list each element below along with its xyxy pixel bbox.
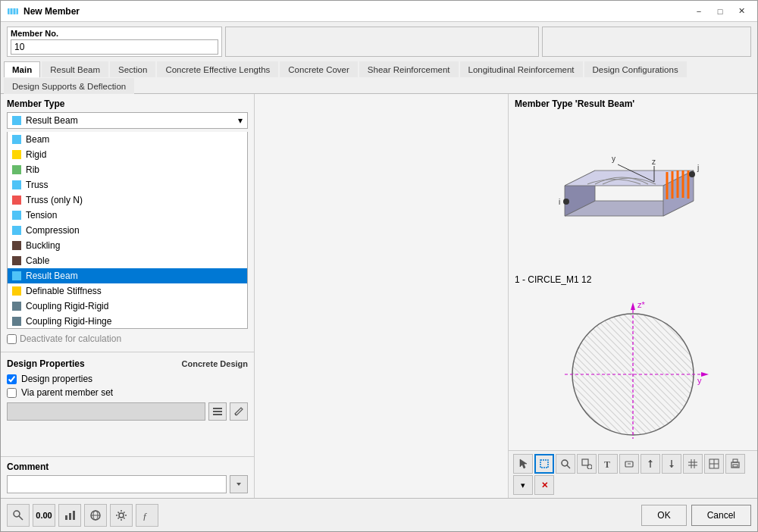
circle-diagram: y z*: [509, 291, 757, 450]
list-item[interactable]: Coupling Rigid-Rigid: [8, 299, 247, 314]
list-item[interactable]: Buckling: [8, 238, 247, 253]
design-props-header: Design Properties Concrete Design: [7, 358, 248, 369]
graph-btn[interactable]: [58, 504, 81, 527]
member-type-selected-value: Result Beam: [12, 115, 78, 126]
list-item-label: Rib: [26, 164, 39, 175]
svg-line-36: [567, 465, 570, 468]
rp-arrow-down-btn[interactable]: [662, 454, 681, 474]
member-no-label: Member No.: [11, 29, 218, 38]
svg-rect-4: [213, 408, 222, 409]
list-item[interactable]: Truss: [8, 177, 247, 192]
rp-print-btn[interactable]: [725, 454, 745, 474]
design-props-input[interactable]: [7, 402, 205, 421]
tab-design-configurations[interactable]: Design Configurations: [584, 61, 687, 77]
member-no-empty1: [225, 27, 538, 57]
list-item[interactable]: Rigid: [8, 147, 247, 162]
beam-3d-svg: z y i j: [542, 133, 724, 254]
list-item[interactable]: Compression: [8, 223, 247, 238]
rp-select-rect-btn[interactable]: [534, 454, 554, 474]
member-no-input[interactable]: [11, 39, 218, 55]
list-item[interactable]: Rib: [8, 162, 247, 177]
settings-btn[interactable]: [110, 504, 133, 527]
list-item-label: Cable: [26, 255, 49, 266]
label-icon: [624, 458, 634, 469]
deactivate-checkbox[interactable]: [7, 334, 17, 344]
svg-text:z*: z*: [637, 300, 646, 309]
design-props-icon-btn-2[interactable]: [230, 402, 248, 421]
formula-btn[interactable]: ƒ: [136, 504, 158, 527]
list-item-label: Tension: [26, 210, 57, 221]
maximize-button[interactable]: □: [710, 4, 730, 19]
close-button[interactable]: ✕: [731, 4, 751, 19]
list-item[interactable]: Cable: [8, 253, 247, 268]
svg-text:T: T: [604, 459, 610, 469]
beam-diagram: z y i j: [509, 114, 757, 273]
comment-input[interactable]: [7, 475, 227, 493]
list-item-label: Compression: [26, 225, 80, 236]
rp-grid-btn[interactable]: [683, 454, 703, 474]
tab-result-beam[interactable]: Result Beam: [42, 61, 108, 77]
tab-shear-reinforcement[interactable]: Shear Reinforcement: [359, 61, 459, 77]
search-icon: [12, 509, 24, 521]
tab-concrete-effective-lengths[interactable]: Concrete Effective Lengths: [157, 61, 278, 77]
design-props-input-row: [7, 402, 248, 421]
member-type-dropdown-row: Result Beam ▾: [1, 112, 254, 132]
rp-zoom-btn[interactable]: [556, 454, 575, 474]
rp-zoom-box-btn[interactable]: [577, 454, 597, 474]
zoom-icon: [560, 458, 571, 469]
via-parent-label: Via parent member set: [21, 387, 113, 398]
grid-icon: [688, 458, 698, 469]
design-props-icon-btn-1[interactable]: [208, 402, 227, 421]
rp-arrow-btn[interactable]: [641, 454, 660, 474]
rp-text-btn[interactable]: T: [598, 454, 618, 474]
list-item-result-beam[interactable]: Result Beam: [8, 268, 247, 283]
design-props-checkbox[interactable]: [7, 374, 17, 384]
coupling-rh-swatch: [12, 317, 21, 326]
right-panel: Member Type 'Result Beam': [509, 94, 757, 498]
rp-close-x-btn[interactable]: ✕: [534, 475, 554, 495]
tab-concrete-cover[interactable]: Concrete Cover: [280, 61, 358, 77]
globe-icon: [89, 509, 102, 521]
tab-longitudinal-reinforcement[interactable]: Longitudinal Reinforcement: [460, 61, 583, 77]
list-item[interactable]: Truss (only N): [8, 192, 247, 208]
rigid-swatch: [12, 150, 21, 159]
via-parent-checkbox[interactable]: [7, 388, 17, 398]
svg-point-24: [689, 171, 695, 177]
list-item[interactable]: Beam: [8, 132, 247, 147]
title-bar: New Member − □ ✕: [1, 1, 757, 22]
main-area: Member Type Result Beam ▾ Be: [1, 94, 757, 498]
bottom-toolbar: 0.00: [1, 498, 757, 531]
def-stiffness-swatch: [12, 286, 21, 296]
search-btn[interactable]: [7, 504, 30, 527]
list-item[interactable]: Coupling Rigid-Hinge: [8, 314, 247, 329]
rp-print-drop-btn[interactable]: ▾: [513, 475, 533, 495]
tab-main[interactable]: Main: [4, 61, 40, 77]
minimize-button[interactable]: −: [689, 4, 709, 19]
truss-n-swatch: [12, 196, 21, 205]
tab-section[interactable]: Section: [110, 61, 155, 77]
rp-select-btn[interactable]: [513, 454, 533, 474]
window-title: New Member: [23, 6, 80, 17]
svg-rect-6: [213, 414, 222, 415]
globe-btn[interactable]: [84, 504, 107, 527]
list-item[interactable]: Tension: [8, 208, 247, 223]
svg-marker-7: [236, 483, 241, 486]
member-type-dropdown[interactable]: Result Beam ▾: [7, 112, 248, 129]
edit-icon: [233, 406, 244, 417]
tab-design-supports-deflection[interactable]: Design Supports & Deflection: [4, 78, 134, 94]
rp-grid2-btn[interactable]: [704, 454, 724, 474]
svg-rect-55: [733, 465, 738, 467]
rp-label-btn[interactable]: [619, 454, 639, 474]
list-item[interactable]: Definable Stiffness: [8, 283, 247, 299]
comment-icon-btn[interactable]: [230, 475, 248, 493]
decimal-btn[interactable]: 0.00: [33, 504, 55, 527]
toolbar-icons: 0.00: [7, 504, 158, 527]
beam-swatch: [12, 135, 21, 144]
zoom-box-icon: [581, 458, 592, 469]
decimal-icon: 0.00: [36, 511, 52, 520]
cancel-button[interactable]: Cancel: [691, 505, 751, 526]
comment-section: Comment: [1, 456, 254, 498]
ok-button[interactable]: OK: [641, 505, 686, 526]
arrow-up-icon: [645, 458, 656, 469]
svg-point-23: [563, 199, 569, 205]
